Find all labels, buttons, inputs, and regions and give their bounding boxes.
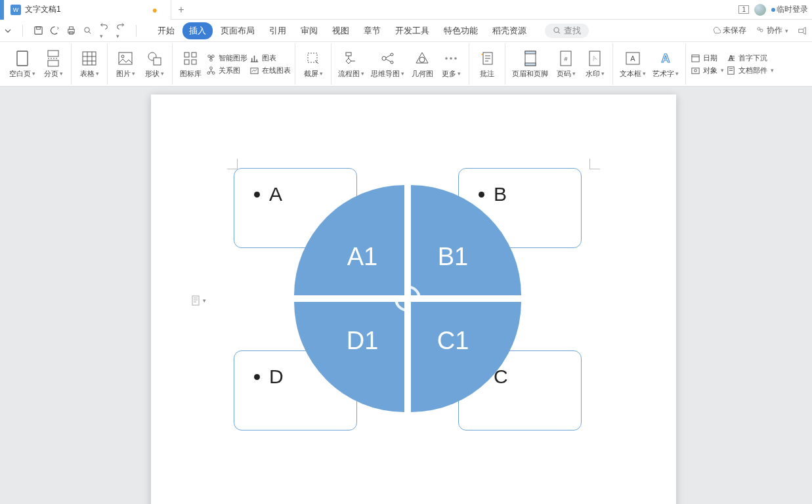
print-icon[interactable] [66,26,76,35]
undo-button[interactable]: ▾ [99,22,109,40]
tab-features[interactable]: 特色功能 [437,22,484,39]
document-page[interactable]: ▾ A B C D A1 B1 C1 D1 [151,94,676,504]
svg-rect-53 [192,296,199,305]
dropcap-button[interactable]: A首字下沉 [725,52,774,63]
svg-rect-9 [17,51,28,66]
picture-button[interactable]: 图片▾ [112,49,139,80]
tab-layout[interactable]: 页面布局 [214,22,261,39]
svg-rect-10 [48,51,58,56]
more-button[interactable]: 更多▾ [437,49,465,80]
margin-marker-icon [589,159,600,169]
doc-parts-button[interactable]: 文档部件▾ [725,65,774,75]
menubar-right: 未保存 协作 ▾ [712,25,807,36]
canvas[interactable]: ▾ A B C D A1 B1 C1 D1 [0,87,812,504]
svg-text:A: A [591,54,597,62]
bullet-icon [254,192,260,198]
smartart-button[interactable]: 智能图形 [205,52,247,63]
ribbon: 空白页▾ 分页▾ 表格▾ 图片▾ 形状▾ 图标库 智能图形 关系图 图表 在线图… [0,42,812,87]
page-break-button[interactable]: 分页▾ [39,49,67,80]
avatar[interactable] [754,4,766,16]
blank-page-button[interactable]: 空白页▾ [7,49,38,80]
unsaved-dot-icon: ● [152,5,158,15]
print-preview-icon[interactable] [50,26,60,35]
collab-button[interactable]: 协作 ▾ [756,25,788,36]
quick-access-toolbar: ▾ ▾ [4,22,140,40]
svg-point-35 [450,57,452,60]
smartart-quad-a1[interactable]: A1 [294,185,404,295]
document-title: 文字文稿1 [25,4,61,15]
tab-developer[interactable]: 开发工具 [389,22,436,39]
shape-button[interactable]: 形状▾ [140,49,168,80]
svg-text:#: # [564,56,567,62]
tab-view[interactable]: 视图 [326,22,356,39]
watermark-button[interactable]: A水印▾ [581,49,609,80]
svg-rect-20 [192,60,196,64]
relation-button[interactable]: 关系图 [205,65,247,75]
titlebar: W 文字文稿1 ● + 1 临时登录 [0,0,812,20]
redo-button[interactable]: ▾ [116,22,125,40]
svg-point-36 [454,57,457,60]
svg-rect-12 [83,52,96,65]
flowchart-button[interactable]: 流程图▾ [335,49,367,80]
textbox-button[interactable]: A文本框▾ [617,49,649,80]
smartart-cycle-matrix[interactable]: A B C D A1 B1 C1 D1 [234,168,582,430]
header-footer-button[interactable]: 页眉和页脚 [509,49,551,80]
smartart-quad-d1[interactable]: D1 [294,302,404,412]
wordart-button[interactable]: A艺术字▾ [650,49,681,80]
tab-sections[interactable]: 章节 [357,22,387,39]
preview-icon[interactable] [83,26,93,35]
tab-home[interactable]: 开始 [151,22,181,39]
svg-point-32 [391,61,393,64]
svg-rect-48 [691,54,698,61]
new-tab-button[interactable]: + [171,4,191,16]
titlebar-right: 1 临时登录 [738,4,808,16]
cycle-arrows-icon [389,280,426,317]
tab-docer[interactable]: 稻壳资源 [486,22,533,39]
smartart-quad-c1[interactable]: C1 [411,302,521,412]
geometry-button[interactable]: 几何图 [408,49,436,80]
screenshot-button[interactable]: 截屏▾ [299,49,327,80]
svg-point-7 [758,28,760,30]
smartart-label: B1 [438,243,468,271]
svg-point-24 [209,66,212,69]
page-number-button[interactable]: #页码▾ [552,49,580,80]
smartart-quad-b1[interactable]: B1 [411,185,521,295]
svg-point-33 [419,57,425,62]
svg-rect-40 [525,63,536,66]
svg-rect-0 [35,27,42,34]
search-box[interactable]: 查找 [545,24,589,38]
object-button[interactable]: 对象▾ [690,65,724,75]
svg-point-5 [85,28,90,33]
svg-point-14 [121,55,124,58]
tab-review[interactable]: 审阅 [294,22,324,39]
menu-dropdown-icon[interactable] [4,27,12,35]
svg-point-31 [391,53,393,56]
svg-point-50 [694,69,696,72]
svg-text:A: A [662,52,670,65]
window-count-badge[interactable]: 1 [738,5,749,14]
icon-library-button[interactable]: 图标库 [177,49,204,80]
paragraph-options-button[interactable]: ▾ [192,295,206,306]
document-tab[interactable]: W 文字文稿1 ● [4,0,171,20]
search-icon [553,26,561,35]
smartart-label: A1 [347,243,377,271]
comment-button[interactable]: 批注 [473,49,501,80]
menubar: ▾ ▾ 开始 插入 页面布局 引用 审阅 视图 章节 开发工具 特色功能 稻壳资… [0,20,812,42]
tab-insert[interactable]: 插入 [182,22,213,39]
smartart-label: A [269,183,282,205]
chart-button[interactable]: 图表 [249,52,291,63]
tab-references[interactable]: 引用 [263,22,293,39]
svg-rect-11 [48,60,58,66]
mindmap-button[interactable]: 思维导图▾ [368,49,407,80]
save-icon[interactable] [33,26,43,35]
login-status[interactable]: 临时登录 [771,4,808,15]
svg-point-6 [554,28,559,32]
smartart-label: D [269,366,284,388]
unsaved-status[interactable]: 未保存 [712,25,746,36]
svg-point-8 [760,29,763,32]
datetime-button[interactable]: 日期 [690,52,724,63]
share-icon[interactable] [798,26,807,35]
table-button[interactable]: 表格▾ [75,49,103,80]
smartart-circle: A1 B1 C1 D1 [294,185,521,412]
online-chart-button[interactable]: 在线图表 [249,65,291,75]
